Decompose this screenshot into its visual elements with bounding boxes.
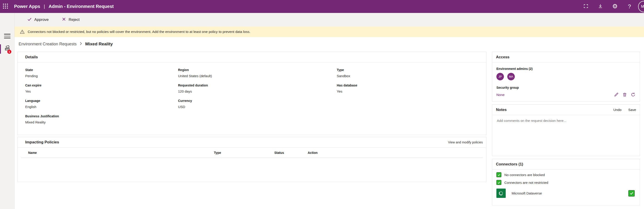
checked-checkbox-icon <box>496 180 502 185</box>
column-header-action: Action <box>301 151 318 155</box>
access-panel-body: Environment admins (2) JP MA Security gr… <box>492 67 640 97</box>
title-divider: | <box>44 4 45 9</box>
connectors-panel-header: Connectors (1) <box>492 159 640 170</box>
field-label: Has database <box>337 83 479 87</box>
connectors-title: Connectors (1) <box>496 162 523 167</box>
field-value: United States (default) <box>178 74 337 78</box>
field-label: Region <box>178 68 337 72</box>
gear-icon: ⚙ <box>612 3 618 9</box>
field-value: USD <box>178 105 337 109</box>
command-bar: Approve Reject <box>14 13 644 26</box>
field-has-database: Has database Yes <box>337 83 479 94</box>
field-currency: Currency USD <box>178 99 337 109</box>
notes-actions: Undo Save <box>613 108 636 112</box>
settings-button[interactable]: ⚙ <box>608 0 622 13</box>
field-can-expire: Can expire Yes <box>25 83 178 94</box>
app-launcher-button[interactable] <box>0 0 11 13</box>
approve-check-icon <box>27 17 32 23</box>
impacting-policies-card: Impacting Policies View and modify polic… <box>18 137 486 182</box>
connector-list-item: Microsoft Dataverse <box>496 189 636 198</box>
field-label: Currency <box>178 99 337 103</box>
edit-security-group-button[interactable] <box>614 92 619 97</box>
field-business-justification: Business Justification Mixed Reality <box>18 109 486 125</box>
avatar-initials: MA <box>641 4 644 9</box>
waffle-icon <box>2 3 8 10</box>
page-title: Admin - Environment Request <box>48 4 114 9</box>
field-label: Language <box>25 99 178 103</box>
connectors-panel-body: No connectors are blocked Connectors are… <box>492 172 640 198</box>
avatar-initials: JP <box>498 75 502 78</box>
top-app-bar: Power Apps | Admin - Environment Request <box>0 0 644 13</box>
warning-message: Connectors not blocked or restricted, bu… <box>28 30 250 34</box>
view-modify-policies-link[interactable]: View and modify policies <box>448 141 483 144</box>
field-value: Mixed Reality <box>25 120 479 125</box>
approve-button[interactable]: Approve <box>25 15 51 25</box>
details-card-header: Details <box>18 52 486 62</box>
details-card: Details State Pending Region United Stat… <box>18 52 486 135</box>
access-panel: Access Environment admins (2) JP MA Secu… <box>492 52 640 102</box>
approve-label: Approve <box>34 17 48 22</box>
nav-menu-button[interactable] <box>4 34 10 39</box>
security-group-value-link[interactable]: None <box>496 93 504 97</box>
refresh-icon <box>630 92 636 97</box>
breadcrumb-parent-link[interactable]: Environment Creation Requests <box>18 42 76 46</box>
account-avatar[interactable]: MA <box>638 1 644 12</box>
reject-button[interactable]: Reject <box>60 15 82 25</box>
connectors-status-label: No connectors are blocked <box>504 173 545 177</box>
notes-title: Notes <box>496 108 506 112</box>
refresh-security-group-button[interactable] <box>630 92 636 97</box>
field-region: Region United States (default) <box>178 68 337 78</box>
field-value: Sandbox <box>337 74 479 78</box>
help-button[interactable]: ? <box>622 0 637 13</box>
field-type: Type Sandbox <box>337 68 479 78</box>
avatar[interactable]: MA <box>507 73 515 80</box>
notes-comment-input[interactable] <box>492 115 640 153</box>
sidebar-item-requests[interactable]: 1 <box>0 42 14 55</box>
field-requested-duration: Requested duration 120 days <box>178 83 337 94</box>
details-fields: State Pending Region United States (defa… <box>18 62 486 109</box>
trash-icon <box>622 92 627 97</box>
column-header-name: Name <box>21 151 207 155</box>
field-label: Can expire <box>25 83 178 87</box>
environment-request-page: Power Apps | Admin - Environment Request <box>0 0 644 209</box>
breadcrumb-current: Mixed Reality <box>85 41 113 46</box>
warning-icon <box>20 29 25 34</box>
field-language: Language English <box>25 99 178 109</box>
connector-name: Microsoft Dataverse <box>512 191 628 195</box>
pencil-icon <box>614 92 619 97</box>
security-group-row: None <box>496 92 636 97</box>
delete-security-group-button[interactable] <box>622 92 627 97</box>
save-button[interactable]: Save <box>628 108 636 112</box>
notes-panel-header: Notes Undo Save <box>492 105 640 115</box>
details-title: Details <box>25 55 38 59</box>
connectors-status-row: Connectors are not restricted <box>496 180 636 185</box>
left-nav-rail: 1 <box>0 13 14 209</box>
warning-banner: Connectors not blocked or restricted, bu… <box>14 26 644 37</box>
field-value: Yes <box>337 89 479 94</box>
download-icon <box>598 3 603 10</box>
download-button[interactable] <box>593 0 608 13</box>
access-panel-header: Access <box>492 52 640 62</box>
field-value: Yes <box>25 89 178 94</box>
connector-allowed-checkbox-icon <box>628 190 635 197</box>
chevron-right-icon <box>79 42 82 46</box>
column-header-type: Type <box>207 151 267 155</box>
policies-table-header: Name Type Status Action <box>21 148 483 158</box>
reject-label: Reject <box>68 17 80 22</box>
field-value: English <box>25 105 178 109</box>
requests-count-badge: 1 <box>7 50 11 54</box>
help-icon: ? <box>628 4 631 9</box>
undo-button[interactable]: Undo <box>613 108 622 112</box>
admin-avatars: JP MA <box>496 73 636 80</box>
access-title: Access <box>496 55 510 59</box>
fit-screen-button[interactable] <box>578 0 593 13</box>
topbar-actions: ⚙ ? MA <box>578 0 644 13</box>
reject-x-icon <box>62 17 66 22</box>
security-group-actions <box>614 92 636 97</box>
app-title: Power Apps | Admin - Environment Request <box>14 4 114 9</box>
dataverse-icon <box>496 189 506 198</box>
notes-panel: Notes Undo Save <box>492 104 640 156</box>
avatar[interactable]: JP <box>496 73 504 80</box>
connectors-panel: Connectors (1) No connectors are blocked… <box>492 159 640 205</box>
selected-indicator <box>0 44 1 54</box>
